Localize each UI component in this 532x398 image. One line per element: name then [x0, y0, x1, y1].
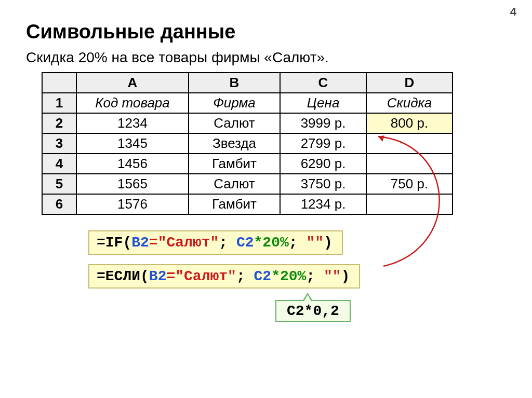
slide-content: Символьные данные Скидка 20% на все това…	[0, 0, 532, 322]
column-header-row: A B C D	[42, 73, 453, 93]
formula-token: (	[123, 235, 131, 251]
formula-token	[245, 268, 254, 284]
formula-token: (	[140, 268, 149, 284]
cell: 1234 р.	[280, 194, 366, 214]
data-table: A B C D 1 Код товара Фирма Цена Скидка 2…	[42, 72, 453, 215]
table-row: 5 1565 Салют 3750 р. 750 р.	[42, 174, 453, 194]
col-c-header: C	[280, 73, 366, 93]
formula-token: ;	[289, 235, 298, 251]
col-d-header: D	[366, 73, 453, 93]
formula-token: C2	[254, 268, 272, 284]
cell: 1565	[76, 174, 189, 194]
table-row: 3 1345 Звезда 2799 р.	[42, 133, 453, 154]
formula-token: ;	[219, 235, 228, 251]
cell: Звезда	[189, 133, 280, 154]
formula-token: *	[271, 268, 280, 284]
row-num: 5	[42, 174, 76, 194]
cell: 1456	[76, 154, 189, 174]
formula-token: =	[149, 235, 158, 251]
formula-block: =IF(B2="Салют"; C2*20%; "") =ЕСЛИ(B2="Са…	[88, 230, 506, 322]
corner-cell	[42, 73, 76, 93]
table-header-data-row: 1 Код товара Фирма Цена Скидка	[42, 93, 453, 113]
formula-token: "Салют"	[158, 235, 219, 251]
formula-token: 20%	[262, 235, 288, 251]
cell: 2799 р.	[280, 133, 366, 154]
formula-token: ;	[236, 268, 245, 284]
cell: Фирма	[189, 93, 280, 113]
formula-token: =	[166, 268, 175, 284]
col-b-header: B	[189, 73, 280, 93]
row-num: 3	[42, 133, 76, 154]
row-num: 1	[42, 93, 76, 113]
cell: Салют	[189, 174, 280, 194]
formula-token: 20%	[280, 268, 306, 284]
formula-token: )	[324, 235, 332, 251]
callout-text: C2*0,2	[287, 303, 339, 319]
formula-token	[228, 235, 236, 251]
cell: 1234	[76, 113, 189, 133]
page-title: Символьные данные	[26, 21, 506, 43]
cell: 3999 р.	[280, 113, 366, 133]
formula-token: B2	[131, 235, 149, 251]
highlighted-cell-d2: 800 р.	[366, 113, 453, 133]
cell	[366, 154, 453, 174]
col-a-header: A	[76, 73, 189, 93]
formula-token: ""	[306, 235, 324, 251]
formula-token: IF	[105, 235, 123, 251]
formula-if-english: =IF(B2="Салют"; C2*20%; "")	[88, 230, 343, 255]
table-row: 6 1576 Гамбит 1234 р.	[42, 194, 453, 214]
cell: Код товара	[76, 93, 189, 113]
formula-token: =	[97, 235, 105, 251]
formula-if-russian: =ЕСЛИ(B2="Салют"; C2*20%; "")	[88, 264, 360, 289]
row-num: 6	[42, 194, 76, 214]
formula-token: *	[254, 235, 263, 251]
formula-token	[298, 235, 307, 251]
cell: 1345	[76, 133, 189, 154]
cell: Салют	[189, 113, 280, 133]
table-row: 2 1234 Салют 3999 р. 800 р.	[42, 113, 453, 133]
formula-token	[315, 268, 324, 284]
formula-token: "Салют"	[175, 268, 236, 284]
formula-token: =	[97, 268, 105, 284]
cell	[366, 133, 453, 154]
formula-token: ЕСЛИ	[105, 268, 140, 284]
cell: 6290 р.	[280, 154, 366, 174]
callout-tail-inner-icon	[303, 295, 312, 302]
formula-token: B2	[149, 268, 167, 284]
cell: Цена	[280, 93, 366, 113]
formula-token: )	[341, 268, 350, 284]
cell: Скидка	[366, 93, 453, 113]
cell: 1576	[76, 194, 189, 214]
table-row: 4 1456 Гамбит 6290 р.	[42, 154, 453, 174]
row-num: 4	[42, 154, 76, 174]
cell: 750 р.	[366, 174, 453, 194]
callout-box: C2*0,2	[275, 300, 351, 322]
cell: Гамбит	[189, 154, 280, 174]
subtitle-text: Скидка 20% на все товары фирмы «Салют».	[26, 49, 506, 66]
cell: Гамбит	[189, 194, 280, 214]
formula-token: ;	[306, 268, 315, 284]
row-num: 2	[42, 113, 76, 133]
cell: 3750 р.	[280, 174, 366, 194]
formula-token: C2	[236, 235, 254, 251]
formula-token: ""	[324, 268, 341, 284]
cell	[366, 194, 453, 214]
